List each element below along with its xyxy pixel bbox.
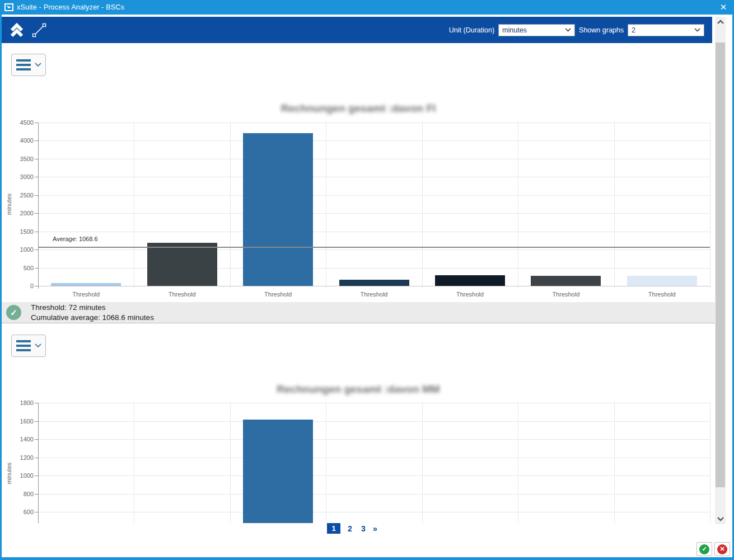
bar[interactable] <box>531 276 601 286</box>
x-axis-line <box>38 286 710 286</box>
page-link-active[interactable]: 1 <box>327 523 340 534</box>
window-border-left <box>0 15 2 560</box>
chart1-yaxis-title: minutes <box>6 187 12 221</box>
gridline-v <box>326 403 326 523</box>
gridline-h <box>38 512 710 512</box>
hamburger-icon <box>16 59 31 70</box>
status-ok-icon: ✓ <box>6 305 21 320</box>
chart2-menu-button[interactable] <box>11 335 46 357</box>
y-tick-mark <box>35 159 38 159</box>
y-axis-line <box>38 123 39 289</box>
y-tick-label: 0 <box>1 283 34 289</box>
bar[interactable] <box>243 420 313 523</box>
y-tick-mark <box>35 140 38 141</box>
y-tick-mark <box>35 458 38 458</box>
shown-graphs-label: Shown graphs <box>579 26 624 34</box>
gridline-h <box>38 232 710 232</box>
status-average-line: Cumulative average: 1068.6 minutes <box>31 313 154 323</box>
window-titlebar: xSuite - Process Analyzer - BSCs ✕ <box>0 0 734 15</box>
gridline-h <box>38 123 710 123</box>
gridline-v <box>230 123 231 289</box>
threshold-status-bar: ✓ Threshold: 72 minutes Cumulative avera… <box>2 302 715 323</box>
bar[interactable] <box>51 283 121 286</box>
unit-duration-value: minutes <box>502 26 527 34</box>
window-close-button[interactable]: ✕ <box>717 2 730 13</box>
y-tick-label: 800 <box>1 491 34 497</box>
gridline-v <box>230 403 231 523</box>
x-category-label: Threshold <box>338 291 410 298</box>
page-link[interactable]: 2 <box>346 524 354 533</box>
chevron-down-icon <box>694 28 700 32</box>
status-text: Threshold: 72 minutes Cumulative average… <box>31 303 154 323</box>
bar[interactable] <box>147 243 217 286</box>
page-link[interactable]: 3 <box>359 524 367 533</box>
gridline-v <box>422 123 423 289</box>
y-tick-mark <box>35 403 38 403</box>
chevron-down-icon <box>565 28 571 32</box>
y-tick-label: 1600 <box>1 418 34 425</box>
collapse-all-button[interactable] <box>7 21 26 40</box>
gridline-h <box>38 159 710 159</box>
scroll-up-icon <box>717 20 724 24</box>
x-category-label: Threshold <box>433 291 506 298</box>
average-line <box>38 247 710 248</box>
y-tick-mark <box>35 512 38 512</box>
scrollbar-thumb[interactable] <box>716 43 725 487</box>
gridline-h <box>38 140 710 141</box>
confirm-button[interactable]: ✓ <box>696 542 712 556</box>
gridline-h <box>38 195 710 196</box>
y-tick-mark <box>35 177 38 177</box>
gridline-h <box>38 476 710 476</box>
gridline-h <box>38 403 710 403</box>
app-icon <box>4 3 13 11</box>
double-chevron-up-icon <box>9 22 25 38</box>
vertical-scrollbar <box>715 17 726 524</box>
gridline-h <box>38 268 710 269</box>
chart2-yaxis-title: minutes <box>6 457 12 490</box>
chart2-title: Rechnungen gesamt :davon MM <box>0 383 717 396</box>
y-tick-label: 600 <box>1 509 34 515</box>
gridline-v <box>134 123 134 289</box>
bar[interactable] <box>339 280 409 286</box>
y-tick-label: 1000 <box>1 246 34 253</box>
cancel-x-icon: ✕ <box>717 544 727 554</box>
gridline-v <box>710 123 710 289</box>
bar[interactable] <box>243 133 313 286</box>
chevron-down-icon <box>35 63 41 67</box>
main-toolbar: Unit (Duration) minutes Shown graphs 2 <box>2 17 712 43</box>
gridline-h <box>38 421 710 422</box>
cancel-button[interactable]: ✕ <box>714 542 730 556</box>
scroll-down-button[interactable] <box>715 514 726 524</box>
gridline-v <box>518 403 518 523</box>
y-tick-mark <box>35 213 38 214</box>
y-tick-label: 1800 <box>1 399 34 406</box>
x-category-label: Threshold <box>146 291 218 298</box>
y-tick-label: 1400 <box>1 436 34 443</box>
y-tick-label: 500 <box>1 265 34 271</box>
bar[interactable] <box>435 275 505 286</box>
gridline-v <box>710 403 710 523</box>
scroll-up-button[interactable] <box>715 17 726 27</box>
app-window: xSuite - Process Analyzer - BSCs ✕ Unit … <box>0 0 734 560</box>
gridline-h <box>38 250 710 250</box>
line-tool-button[interactable] <box>30 21 49 40</box>
gridline-h <box>38 458 710 458</box>
page-next-link[interactable]: » <box>373 524 377 533</box>
chart1-menu-button[interactable] <box>11 54 46 76</box>
gridline-h <box>38 213 710 214</box>
bar[interactable] <box>627 276 697 286</box>
x-category-label: Threshold <box>50 291 123 298</box>
gridline-v <box>326 123 326 289</box>
gridline-h <box>38 177 710 177</box>
toolbar-settings-group: Unit (Duration) minutes Shown graphs 2 <box>449 17 704 43</box>
confirm-check-icon: ✓ <box>699 544 709 554</box>
shown-graphs-select[interactable]: 2 <box>628 24 704 36</box>
y-tick-mark <box>35 286 38 286</box>
gridline-v <box>422 403 423 523</box>
y-tick-mark <box>35 123 38 123</box>
unit-duration-label: Unit (Duration) <box>449 26 494 34</box>
window-border-bottom <box>0 557 734 560</box>
x-category-label: Threshold <box>625 291 698 298</box>
y-tick-label: 4000 <box>1 137 34 144</box>
unit-duration-select[interactable]: minutes <box>498 24 575 36</box>
